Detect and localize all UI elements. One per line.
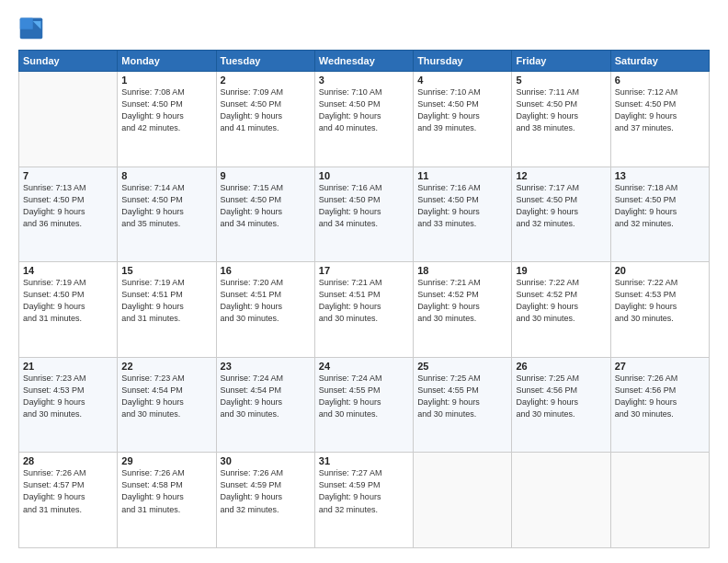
day-number: 25	[417, 361, 507, 372]
day-cell: 31Sunrise: 7:27 AMSunset: 4:59 PMDayligh…	[314, 453, 413, 548]
day-number: 28	[23, 455, 113, 466]
week-row-5: 28Sunrise: 7:26 AMSunset: 4:57 PMDayligh…	[19, 453, 710, 548]
day-number: 23	[221, 361, 311, 372]
day-info: Sunrise: 7:20 AMSunset: 4:51 PMDaylight:…	[221, 277, 311, 325]
day-cell: 11Sunrise: 7:16 AMSunset: 4:50 PMDayligh…	[414, 167, 512, 262]
day-number: 20	[615, 265, 705, 276]
day-number: 17	[319, 265, 409, 276]
day-cell: 5Sunrise: 7:11 AMSunset: 4:50 PMDaylight…	[512, 72, 610, 167]
day-cell: 13Sunrise: 7:18 AMSunset: 4:50 PMDayligh…	[610, 167, 709, 262]
day-cell: 16Sunrise: 7:20 AMSunset: 4:51 PMDayligh…	[216, 262, 314, 358]
day-cell: 10Sunrise: 7:16 AMSunset: 4:50 PMDayligh…	[314, 167, 413, 262]
day-cell: 7Sunrise: 7:13 AMSunset: 4:50 PMDaylight…	[19, 167, 118, 262]
day-info: Sunrise: 7:22 AMSunset: 4:52 PMDaylight:…	[516, 277, 606, 325]
day-info: Sunrise: 7:12 AMSunset: 4:50 PMDaylight:…	[615, 86, 705, 134]
weekday-header-monday: Monday	[118, 51, 216, 72]
day-info: Sunrise: 7:18 AMSunset: 4:50 PMDaylight:…	[615, 182, 705, 230]
day-info: Sunrise: 7:14 AMSunset: 4:50 PMDaylight:…	[121, 182, 211, 230]
day-cell: 30Sunrise: 7:26 AMSunset: 4:59 PMDayligh…	[216, 453, 314, 548]
day-cell: 14Sunrise: 7:19 AMSunset: 4:50 PMDayligh…	[19, 262, 118, 358]
weekday-header-row: SundayMondayTuesdayWednesdayThursdayFrid…	[19, 51, 710, 72]
day-number: 2	[221, 75, 311, 86]
day-info: Sunrise: 7:19 AMSunset: 4:51 PMDaylight:…	[121, 277, 211, 325]
day-cell: 20Sunrise: 7:22 AMSunset: 4:53 PMDayligh…	[610, 262, 709, 358]
day-number: 14	[23, 265, 113, 276]
day-number: 8	[121, 170, 211, 181]
svg-rect-2	[20, 18, 33, 29]
day-cell	[19, 72, 118, 167]
day-cell: 23Sunrise: 7:24 AMSunset: 4:54 PMDayligh…	[216, 357, 314, 453]
day-info: Sunrise: 7:21 AMSunset: 4:52 PMDaylight:…	[417, 277, 507, 325]
page: SundayMondayTuesdayWednesdayThursdayFrid…	[0, 0, 728, 563]
day-cell: 17Sunrise: 7:21 AMSunset: 4:51 PMDayligh…	[314, 262, 413, 358]
weekday-header-friday: Friday	[512, 51, 610, 72]
day-number: 19	[516, 265, 606, 276]
day-info: Sunrise: 7:23 AMSunset: 4:53 PMDaylight:…	[23, 373, 113, 420]
week-row-3: 14Sunrise: 7:19 AMSunset: 4:50 PMDayligh…	[19, 262, 710, 358]
day-number: 11	[417, 170, 507, 181]
day-cell: 21Sunrise: 7:23 AMSunset: 4:53 PMDayligh…	[19, 357, 118, 453]
day-number: 12	[516, 170, 606, 181]
day-info: Sunrise: 7:24 AMSunset: 4:54 PMDaylight:…	[221, 373, 311, 420]
day-number: 7	[23, 170, 113, 181]
day-info: Sunrise: 7:19 AMSunset: 4:50 PMDaylight:…	[23, 277, 113, 325]
day-cell: 18Sunrise: 7:21 AMSunset: 4:52 PMDayligh…	[414, 262, 512, 358]
day-cell: 8Sunrise: 7:14 AMSunset: 4:50 PMDaylight…	[118, 167, 216, 262]
day-cell: 28Sunrise: 7:26 AMSunset: 4:57 PMDayligh…	[19, 453, 118, 548]
logo	[18, 15, 48, 40]
day-info: Sunrise: 7:10 AMSunset: 4:50 PMDaylight:…	[417, 86, 507, 134]
day-cell: 1Sunrise: 7:08 AMSunset: 4:50 PMDaylight…	[118, 72, 216, 167]
day-info: Sunrise: 7:17 AMSunset: 4:50 PMDaylight:…	[516, 182, 606, 230]
week-row-2: 7Sunrise: 7:13 AMSunset: 4:50 PMDaylight…	[19, 167, 710, 262]
day-cell: 15Sunrise: 7:19 AMSunset: 4:51 PMDayligh…	[118, 262, 216, 358]
day-number: 4	[417, 75, 507, 86]
day-number: 5	[516, 75, 606, 86]
day-number: 10	[319, 170, 409, 181]
day-cell: 26Sunrise: 7:25 AMSunset: 4:56 PMDayligh…	[512, 357, 610, 453]
day-number: 18	[417, 265, 507, 276]
day-info: Sunrise: 7:10 AMSunset: 4:50 PMDaylight:…	[319, 86, 409, 134]
day-info: Sunrise: 7:27 AMSunset: 4:59 PMDaylight:…	[319, 467, 409, 515]
day-info: Sunrise: 7:16 AMSunset: 4:50 PMDaylight:…	[319, 182, 409, 230]
day-number: 24	[319, 361, 409, 372]
day-number: 26	[516, 361, 606, 372]
day-number: 15	[121, 265, 211, 276]
day-info: Sunrise: 7:24 AMSunset: 4:55 PMDaylight:…	[319, 373, 409, 420]
day-info: Sunrise: 7:11 AMSunset: 4:50 PMDaylight:…	[516, 86, 606, 134]
day-cell: 9Sunrise: 7:15 AMSunset: 4:50 PMDaylight…	[216, 167, 314, 262]
week-row-1: 1Sunrise: 7:08 AMSunset: 4:50 PMDaylight…	[19, 72, 710, 167]
calendar-table: SundayMondayTuesdayWednesdayThursdayFrid…	[18, 50, 710, 548]
day-number: 27	[615, 361, 705, 372]
day-cell: 12Sunrise: 7:17 AMSunset: 4:50 PMDayligh…	[512, 167, 610, 262]
day-cell: 19Sunrise: 7:22 AMSunset: 4:52 PMDayligh…	[512, 262, 610, 358]
day-cell: 2Sunrise: 7:09 AMSunset: 4:50 PMDaylight…	[216, 72, 314, 167]
weekday-header-wednesday: Wednesday	[314, 51, 413, 72]
day-number: 1	[121, 75, 211, 86]
day-info: Sunrise: 7:25 AMSunset: 4:56 PMDaylight:…	[516, 373, 606, 420]
day-info: Sunrise: 7:21 AMSunset: 4:51 PMDaylight:…	[319, 277, 409, 325]
day-info: Sunrise: 7:16 AMSunset: 4:50 PMDaylight:…	[417, 182, 507, 230]
day-info: Sunrise: 7:09 AMSunset: 4:50 PMDaylight:…	[221, 86, 311, 134]
day-cell: 29Sunrise: 7:26 AMSunset: 4:58 PMDayligh…	[118, 453, 216, 548]
logo-icon	[18, 15, 44, 40]
day-cell	[512, 453, 610, 548]
day-number: 6	[615, 75, 705, 86]
day-number: 13	[615, 170, 705, 181]
day-number: 29	[121, 455, 211, 466]
day-cell	[610, 453, 709, 548]
day-info: Sunrise: 7:08 AMSunset: 4:50 PMDaylight:…	[121, 86, 211, 134]
day-cell: 3Sunrise: 7:10 AMSunset: 4:50 PMDaylight…	[314, 72, 413, 167]
day-cell: 22Sunrise: 7:23 AMSunset: 4:54 PMDayligh…	[118, 357, 216, 453]
day-info: Sunrise: 7:26 AMSunset: 4:59 PMDaylight:…	[221, 467, 311, 515]
day-cell: 25Sunrise: 7:25 AMSunset: 4:55 PMDayligh…	[414, 357, 512, 453]
day-number: 22	[121, 361, 211, 372]
day-number: 16	[221, 265, 311, 276]
day-info: Sunrise: 7:23 AMSunset: 4:54 PMDaylight:…	[121, 373, 211, 420]
weekday-header-tuesday: Tuesday	[216, 51, 314, 72]
weekday-header-sunday: Sunday	[19, 51, 118, 72]
day-info: Sunrise: 7:26 AMSunset: 4:56 PMDaylight:…	[615, 373, 705, 420]
day-info: Sunrise: 7:25 AMSunset: 4:55 PMDaylight:…	[417, 373, 507, 420]
day-number: 3	[319, 75, 409, 86]
day-cell: 6Sunrise: 7:12 AMSunset: 4:50 PMDaylight…	[610, 72, 709, 167]
day-number: 9	[221, 170, 311, 181]
